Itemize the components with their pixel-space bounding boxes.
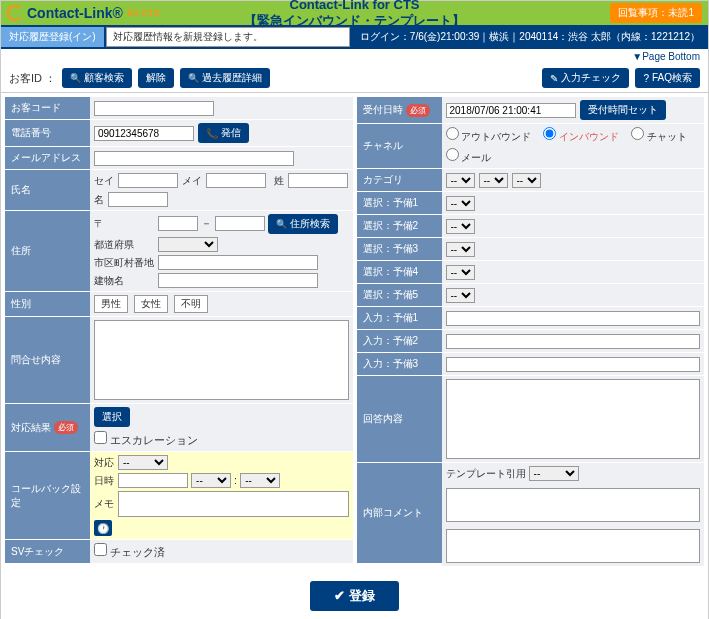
address-label: 住所 [5,211,90,291]
phone-input[interactable] [94,126,194,141]
call-button[interactable]: 📞 発信 [198,123,249,143]
escalation-check[interactable]: エスカレーション [94,431,198,448]
cat1-select[interactable]: -- [446,173,475,188]
callback-label: コールバック設定 [5,452,90,539]
result-select-button[interactable]: 選択 [94,407,130,427]
gender-label: 性別 [5,292,90,316]
template-textarea[interactable] [446,488,701,522]
sel2-select[interactable]: -- [446,219,475,234]
cat3-select[interactable]: -- [512,173,541,188]
gender-unknown[interactable]: 不明 [174,295,208,313]
gender-male[interactable]: 男性 [94,295,128,313]
email-label: メールアドレス [5,147,90,169]
gender-female[interactable]: 女性 [134,295,168,313]
app-header: Contact-Link ® for CTS Contact-Link for … [1,1,708,25]
surname-input[interactable] [288,173,348,188]
channel-label: チャネル [357,124,442,168]
customer-search-button[interactable]: 顧客検索 [62,68,132,88]
inquiry-label: 問合せ内容 [5,317,90,403]
mei-input[interactable] [206,173,266,188]
ch-chat[interactable]: チャット [631,127,687,144]
cb-min-select[interactable]: -- [240,473,280,488]
internal-label: 内部コメント [357,463,442,563]
left-column: お客コード 電話番号 📞 発信 メールアドレス 氏名 セイ メイ 姓 名 住所 [5,97,353,567]
toolbar: お客ID ： 顧客検索 解除 過去履歴詳細 ✎ 入力チェック ? FAQ検索 [1,64,708,93]
mode-label: 対応履歴登録(イン) [1,27,104,47]
cb-taiou-select[interactable]: -- [118,455,168,470]
sei-input[interactable] [118,173,178,188]
clear-button[interactable]: 解除 [138,68,174,88]
cust-code-input[interactable] [94,101,214,116]
sel4-select[interactable]: -- [446,265,475,280]
sub-bar: 対応履歴登録(イン) 対応履歴情報を新規登録します。 ログイン：7/6(金)21… [1,25,708,49]
given-input[interactable] [108,192,168,207]
answer-textarea[interactable] [446,379,701,459]
phone-label: 電話番号 [5,120,90,146]
logo-swirl-icon [7,5,23,21]
clock-icon[interactable]: 🕐 [94,520,112,536]
ch-outbound[interactable]: アウトバウンド [446,127,532,144]
postal1-input[interactable] [158,216,198,231]
name-label: 氏名 [5,170,90,210]
recv-label: 受付日時必須 [357,97,442,123]
pref-select[interactable] [158,237,218,252]
logo-text: Contact-Link [27,5,113,21]
building-input[interactable] [158,273,318,288]
sel3-select[interactable]: -- [446,242,475,257]
category-label: カテゴリ [357,169,442,191]
answer-label: 回答内容 [357,376,442,462]
ch-inbound[interactable]: インバウンド [543,127,619,144]
sel5-select[interactable]: -- [446,288,475,303]
result-label: 対応結果必須 [5,404,90,451]
sv-check[interactable]: チェック済 [94,543,165,560]
logo-subtext: for CTS [127,8,160,18]
cb-date-input[interactable] [118,473,188,488]
notice-button[interactable]: 回覧事項：未読1 [610,3,702,23]
faq-search-button[interactable]: ? FAQ検索 [635,68,700,88]
sel1-select[interactable]: -- [446,196,475,211]
status-message: 対応履歴情報を新規登録します。 [106,27,350,47]
cat2-select[interactable]: -- [479,173,508,188]
email-input[interactable] [94,151,294,166]
logo: Contact-Link ® for CTS [7,5,159,21]
address-search-button[interactable]: 住所検索 [268,214,338,234]
cust-code-label: お客コード [5,97,90,119]
cb-hour-select[interactable]: -- [191,473,231,488]
input-check-button[interactable]: ✎ 入力チェック [542,68,629,88]
recv-set-button[interactable]: 受付時間セット [580,100,666,120]
city-input[interactable] [158,255,318,270]
sv-label: SVチェック [5,540,90,563]
right-column: 受付日時必須 受付時間セット チャネル アウトバウンド インバウンド チャット … [357,97,705,567]
inquiry-textarea[interactable] [94,320,349,400]
login-info: ログイン：7/6(金)21:00:39｜横浜｜2040114：渋谷 太郎（内線：… [352,27,708,47]
cb-memo-textarea[interactable] [118,491,349,517]
reg-mark: ® [113,5,123,21]
internal-textarea[interactable] [446,529,701,563]
page-bottom-link[interactable]: ▼Page Bottom [632,51,700,62]
register-button[interactable]: 登録 [310,581,399,611]
recv-datetime-input[interactable] [446,103,576,118]
template-select[interactable]: -- [529,466,579,481]
inp3-input[interactable] [446,357,701,372]
inp1-input[interactable] [446,311,701,326]
history-detail-button[interactable]: 過去履歴詳細 [180,68,270,88]
ch-mail[interactable]: メール [446,148,492,165]
inp2-input[interactable] [446,334,701,349]
cust-id-label: お客ID ： [9,71,56,86]
postal2-input[interactable] [215,216,265,231]
